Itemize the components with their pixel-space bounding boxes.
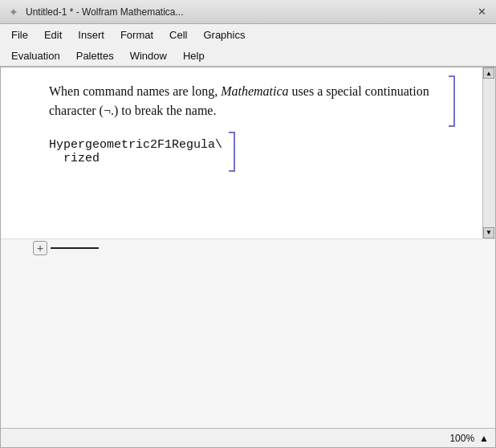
cell-add-bar: + xyxy=(1,238,495,258)
menu-graphics[interactable]: Graphics xyxy=(195,27,253,43)
notebook-window: When command names are long, Mathematica… xyxy=(0,67,496,448)
code-cell-content: Hypergeometric2F1Regula\ rized xyxy=(49,132,222,172)
code-cell: Hypergeometric2F1Regula\ rized xyxy=(1,132,482,172)
title-bar: ✦ Untitled-1 * - Wolfram Mathematica... … xyxy=(0,0,496,24)
cell-bracket-text xyxy=(447,75,458,127)
menu-palettes[interactable]: Palettes xyxy=(68,48,122,63)
text-cell: When command names are long, Mathematica… xyxy=(1,75,482,127)
menu-edit[interactable]: Edit xyxy=(36,27,70,43)
scrollbar-track xyxy=(483,79,495,227)
app-icon: ✦ xyxy=(6,5,21,19)
status-bar: 100% ▲ xyxy=(1,428,495,447)
bracket-bottom xyxy=(449,125,455,127)
cell-divider-line xyxy=(51,247,99,249)
zoom-level: 100% xyxy=(449,433,474,444)
bracket-top xyxy=(449,75,455,77)
italic-word: Mathematica xyxy=(221,84,288,98)
add-cell-button[interactable]: + xyxy=(33,241,47,255)
content-area: When command names are long, Mathematica… xyxy=(1,67,495,238)
menu-cell[interactable]: Cell xyxy=(161,27,195,43)
notebook-content: When command names are long, Mathematica… xyxy=(1,67,482,238)
menu-help[interactable]: Help xyxy=(175,48,213,63)
menu-format[interactable]: Format xyxy=(112,27,161,43)
zoom-up-arrow[interactable]: ▲ xyxy=(479,433,489,444)
menu-row-2: Evaluation Palettes Window Help xyxy=(0,45,496,66)
menu-insert[interactable]: Insert xyxy=(70,27,112,43)
menu-file[interactable]: File xyxy=(3,27,36,43)
title-bar-left: ✦ Untitled-1 * - Wolfram Mathematica... xyxy=(6,5,184,19)
menu-row-1: File Edit Insert Format Cell Graphics xyxy=(0,24,496,45)
close-button[interactable]: ✕ xyxy=(474,5,490,18)
menu-bar: File Edit Insert Format Cell Graphics Ev… xyxy=(0,24,496,67)
window-title: Untitled-1 * - Wolfram Mathematica... xyxy=(26,6,184,18)
bracket-top-code xyxy=(229,132,235,133)
menu-window[interactable]: Window xyxy=(122,48,175,63)
empty-notebook-area xyxy=(1,258,495,429)
vertical-scrollbar[interactable]: ▲ ▼ xyxy=(482,67,495,238)
code-line-2: rized xyxy=(49,152,222,165)
scrollbar-down-button[interactable]: ▼ xyxy=(483,227,494,238)
bracket-line xyxy=(453,75,455,127)
code-line-1: Hypergeometric2F1Regula\ xyxy=(49,138,222,152)
bracket-bottom-code xyxy=(229,170,235,172)
scrollbar-up-button[interactable]: ▲ xyxy=(483,67,494,79)
menu-evaluation[interactable]: Evaluation xyxy=(3,48,68,63)
bracket-line-code xyxy=(234,132,235,172)
cell-bracket-code xyxy=(227,132,238,172)
text-cell-content: When command names are long, Mathematica… xyxy=(49,75,442,127)
